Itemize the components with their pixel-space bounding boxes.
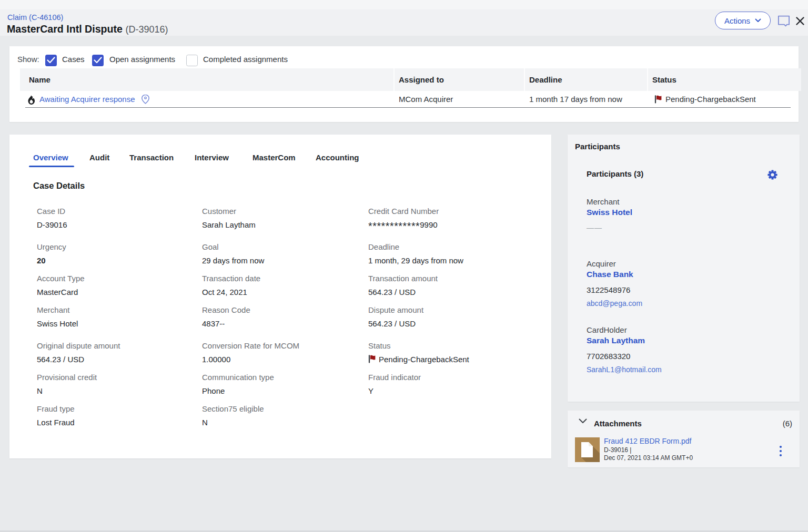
tab-accounting[interactable]: Accounting (316, 152, 359, 163)
participant-phone: 7702683320 (587, 352, 630, 361)
location-pin-icon (141, 94, 150, 104)
assigned-to-value: MCom Acquirer (399, 94, 453, 105)
field-label: Merchant (37, 305, 195, 315)
page-header: Claim (C-46106) MasterCard Intl Dispute(… (0, 0, 808, 36)
participant-name-link[interactable]: Sarah Laytham (587, 336, 645, 345)
case-main-card: Overview Audit Transaction Interview Mas… (9, 135, 551, 458)
field-value: 564.23 / USD (368, 287, 526, 298)
case-details-heading: Case Details (33, 181, 85, 191)
field-section75: Section75 eligible N (202, 404, 360, 428)
breadcrumb-claim-link[interactable]: Claim (C-46106) (7, 13, 63, 22)
participants-settings-button[interactable] (767, 170, 777, 180)
tab-transaction[interactable]: Transaction (129, 152, 174, 163)
flag-icon (368, 354, 376, 363)
field-value: N (37, 386, 195, 396)
participant-email-link[interactable]: SarahL1@hotmail.com (587, 365, 662, 374)
field-communication-type: Communication type Phone (202, 372, 360, 396)
document-icon (575, 437, 600, 462)
field-value: MasterCard (37, 287, 195, 298)
close-button[interactable] (795, 16, 805, 26)
field-value: Sarah Laytham (202, 220, 360, 230)
attachments-heading: Attachments (594, 419, 642, 428)
field-fraud-type: Fraud type Lost Fraud (37, 404, 195, 428)
kebab-menu-icon (779, 445, 782, 458)
checkbox-cases-label: Cases (62, 54, 85, 65)
field-transaction-date: Transaction date Oct 24, 2021 (202, 273, 360, 298)
field-label: Fraud indicator (368, 372, 526, 383)
attachment-menu-button[interactable] (776, 445, 785, 459)
field-urgency: Urgency 20 (37, 242, 195, 266)
flag-icon (654, 95, 662, 104)
field-value: 4837-- (202, 319, 360, 329)
field-label: Urgency (37, 242, 195, 252)
actions-button-label: Actions (724, 16, 750, 25)
field-value: Lost Fraud (37, 417, 195, 428)
field-case-id: Case ID D-39016 (37, 206, 195, 230)
field-merchant: Merchant Swiss Hotel (37, 305, 195, 329)
field-value: N (202, 417, 360, 428)
field-value: Y (368, 386, 526, 396)
checkbox-completed-assignments-label: Completed assignments (203, 54, 288, 65)
field-value: 564.23 / USD (37, 354, 195, 365)
field-label: Fraud type (37, 404, 195, 414)
field-label: Dispute amount (368, 305, 526, 315)
field-label: Original dispute amount (37, 341, 195, 351)
check-icon (94, 57, 102, 64)
header-top-strip (0, 0, 808, 9)
check-icon (47, 57, 55, 64)
attachment-file-link[interactable]: Fraud 412 EBDR Form.pdf (604, 437, 692, 445)
participant-phone: 3122548976 (587, 285, 630, 294)
field-transaction-amount: Transaction amount 564.23 / USD (368, 273, 526, 298)
field-reason-code: Reason Code 4837-- (202, 305, 360, 329)
participants-count-heading: Participants (3) (587, 169, 643, 178)
participant-name-link[interactable]: Chase Bank (587, 270, 633, 279)
checkbox-cases[interactable] (45, 55, 57, 66)
field-label: Case ID (37, 206, 195, 217)
field-value: 29 days from now (202, 255, 360, 266)
tab-overview[interactable]: Overview (33, 152, 68, 163)
field-value: Phone (202, 386, 360, 396)
field-conversion-rate: Conversion Rate for MCOM 1.00000 (202, 341, 360, 365)
checkbox-open-assignments[interactable] (92, 55, 104, 66)
tab-interview[interactable]: Interview (195, 152, 229, 163)
field-label: Deadline (368, 242, 526, 252)
field-deadline: Deadline 1 month, 29 days from now (368, 242, 526, 266)
field-value: D-39016 (37, 220, 195, 230)
assignment-link[interactable]: Awaiting Acquirer response (39, 94, 135, 105)
field-label: Status (368, 341, 526, 351)
collapse-chevron-icon[interactable] (579, 418, 587, 424)
row-divider (25, 107, 791, 108)
attachment-meta-date: Dec 07, 2021 03:14 AM GMT+0 (604, 454, 693, 462)
participant-email-link[interactable]: abcd@pega.com (587, 299, 642, 308)
column-divider (393, 68, 395, 91)
field-value: 564.23 / USD (368, 319, 526, 329)
case-id-suffix: (D-39016) (125, 24, 168, 35)
checkbox-completed-assignments[interactable] (186, 55, 198, 66)
deadline-value: 1 month 17 days from now (529, 94, 622, 105)
field-label: Provisional credit (37, 372, 195, 383)
chevron-down-icon (755, 18, 761, 23)
participant-role: CardHolder (587, 325, 627, 334)
field-value: 1.00000 (202, 354, 360, 365)
field-label: Communication type (202, 372, 360, 383)
field-goal: Goal 29 days from now (202, 242, 360, 266)
title-row: MasterCard Intl Dispute(D-39016) (7, 23, 168, 35)
participants-card: Participants Participants (3) Merchant S… (568, 135, 800, 402)
field-fraud-indicator: Fraud indicator Y (368, 372, 526, 396)
field-credit-card-number: Credit Card Number ************9990 (368, 206, 526, 230)
participants-heading: Participants (575, 142, 620, 151)
gear-icon (767, 170, 777, 180)
field-label: Conversion Rate for MCOM (202, 341, 360, 351)
actions-button[interactable]: Actions (715, 12, 771, 29)
tab-audit[interactable]: Audit (89, 152, 109, 163)
close-icon (795, 16, 805, 26)
attachment-thumbnail[interactable] (575, 437, 600, 462)
comment-button[interactable] (777, 15, 790, 27)
participant-name-link[interactable]: Swiss Hotel (587, 208, 632, 217)
column-divider (647, 68, 648, 91)
field-original-dispute-amount: Original dispute amount 564.23 / USD (37, 341, 195, 365)
column-header-deadline: Deadline (529, 74, 562, 85)
table-row: Awaiting Acquirer response MCom Acquirer… (9, 91, 801, 108)
tab-mastercom[interactable]: MasterCom (252, 152, 296, 163)
field-value: Oct 24, 2021 (202, 287, 360, 298)
